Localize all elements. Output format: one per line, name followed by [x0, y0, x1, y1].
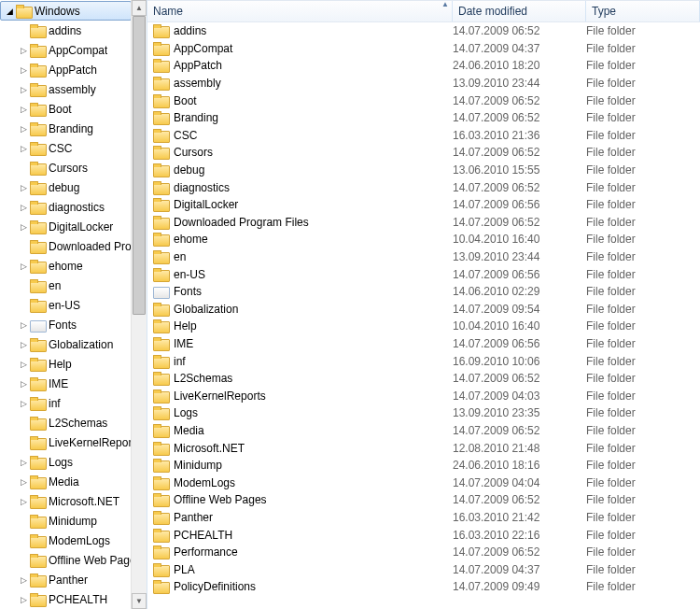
expander-closed-icon[interactable]: ▷: [17, 574, 30, 587]
file-row[interactable]: Downloaded Program Files14.07.2009 06:52…: [147, 214, 700, 232]
tree-item[interactable]: en-US: [0, 295, 132, 315]
file-row[interactable]: en-US14.07.2009 06:56File folder: [147, 265, 700, 283]
tree-item[interactable]: ▷Help: [0, 354, 132, 374]
file-row[interactable]: IME14.07.2009 06:56File folder: [147, 335, 700, 353]
tree-item[interactable]: Minidump: [0, 511, 132, 531]
file-list[interactable]: addins14.07.2009 06:52File folderAppComp…: [147, 22, 700, 596]
tree-item[interactable]: ▷diagnostics: [0, 197, 132, 217]
tree-item[interactable]: ▷debug: [0, 177, 132, 197]
file-date: 14.07.2009 04:37: [453, 42, 586, 55]
tree-item[interactable]: L2Schemas: [0, 413, 132, 432]
file-row[interactable]: debug13.06.2010 15:55File folder: [147, 162, 700, 179]
tree-item[interactable]: Offline Web Pages: [0, 550, 132, 570]
tree-item[interactable]: ▷Fonts: [0, 315, 132, 334]
expander-closed-icon[interactable]: ▷: [17, 495, 30, 508]
tree-item[interactable]: ▷CSC: [0, 138, 132, 158]
tree-item[interactable]: addins: [0, 21, 132, 40]
scroll-up-icon[interactable]: ▲: [132, 0, 147, 16]
expander-closed-icon[interactable]: ▷: [17, 142, 30, 155]
file-row[interactable]: diagnostics14.07.2009 06:52File folder: [147, 178, 700, 196]
file-row[interactable]: DigitalLocker14.07.2009 06:56File folder: [147, 196, 700, 214]
tree-item[interactable]: ▷Globalization: [0, 334, 132, 354]
scroll-track[interactable]: [132, 16, 147, 593]
file-row[interactable]: L2Schemas14.07.2009 06:52File folder: [147, 370, 700, 388]
file-row[interactable]: Panther16.03.2010 21:42File folder: [147, 509, 700, 527]
tree-item[interactable]: ▷IME: [0, 374, 132, 393]
tree-item[interactable]: ▷Panther: [0, 570, 132, 589]
folder-icon: [30, 162, 45, 175]
expander-closed-icon[interactable]: ▷: [17, 44, 30, 57]
file-row[interactable]: Microsoft.NET12.08.2010 21:48File folder: [147, 439, 700, 457]
expander-closed-icon[interactable]: ▷: [17, 358, 30, 371]
expander-closed-icon[interactable]: ▷: [17, 475, 30, 489]
folder-tree[interactable]: ◢ Windows addins▷AppCompat▷AppPatch▷asse…: [0, 0, 132, 609]
expander-closed-icon[interactable]: ▷: [17, 260, 30, 273]
expander-closed-icon[interactable]: ▷: [17, 83, 30, 96]
tree-item[interactable]: ▷Boot: [0, 99, 132, 119]
file-row[interactable]: en13.09.2010 23:44File folder: [147, 248, 700, 266]
file-row[interactable]: LiveKernelReports14.07.2009 04:03File fo…: [147, 387, 700, 404]
column-header-type[interactable]: Type: [586, 1, 700, 21]
tree-item[interactable]: Downloaded Program Files: [0, 236, 132, 256]
expander-closed-icon[interactable]: ▷: [17, 64, 30, 77]
expander-closed-icon[interactable]: ▷: [17, 201, 30, 214]
scroll-down-icon[interactable]: ▼: [132, 593, 147, 609]
file-type: File folder: [586, 563, 700, 576]
file-row[interactable]: Offline Web Pages14.07.2009 06:52File fo…: [147, 491, 700, 509]
file-row[interactable]: Logs13.09.2010 23:35File folder: [147, 404, 700, 422]
file-row[interactable]: AppPatch24.06.2010 18:20File folder: [147, 57, 700, 75]
file-row[interactable]: CSC16.03.2010 21:36File folder: [147, 127, 700, 145]
expander-open-icon[interactable]: ◢: [3, 5, 16, 18]
folder-icon: [153, 580, 168, 593]
expander-closed-icon[interactable]: ▷: [17, 338, 30, 351]
file-row[interactable]: PLA14.07.2009 04:37File folder: [147, 560, 700, 578]
tree-item[interactable]: ▷AppPatch: [0, 60, 132, 79]
expander-closed-icon[interactable]: ▷: [17, 103, 30, 116]
expander-closed-icon[interactable]: ▷: [17, 319, 30, 332]
scroll-thumb[interactable]: [133, 16, 146, 315]
file-row[interactable]: Help10.04.2010 16:40File folder: [147, 318, 700, 335]
column-header-date[interactable]: Date modified: [453, 1, 586, 21]
tree-item[interactable]: Cursors: [0, 158, 132, 177]
tree-item[interactable]: en: [0, 276, 132, 295]
expander-closed-icon[interactable]: ▷: [17, 456, 30, 469]
tree-item-root[interactable]: ◢ Windows: [0, 1, 132, 21]
tree-item[interactable]: ▷inf: [0, 393, 132, 413]
file-row[interactable]: Branding14.07.2009 06:52File folder: [147, 109, 700, 127]
expander-closed-icon[interactable]: ▷: [17, 181, 30, 194]
file-row[interactable]: Minidump24.06.2010 18:16File folder: [147, 457, 700, 474]
file-row[interactable]: Media14.07.2009 06:52File folder: [147, 422, 700, 440]
tree-item[interactable]: ▷Logs: [0, 452, 132, 472]
tree-item[interactable]: ▷Media: [0, 472, 132, 491]
tree-item[interactable]: ModemLogs: [0, 531, 132, 550]
file-row[interactable]: Fonts14.06.2010 02:29File folder: [147, 283, 700, 301]
file-row[interactable]: assembly13.09.2010 23:44File folder: [147, 75, 700, 92]
file-row[interactable]: inf16.09.2010 10:06File folder: [147, 352, 700, 370]
file-row[interactable]: AppCompat14.07.2009 04:37File folder: [147, 40, 700, 58]
file-row[interactable]: ehome10.04.2010 16:40File folder: [147, 231, 700, 248]
tree-item[interactable]: ▷assembly: [0, 79, 132, 99]
file-row[interactable]: Cursors14.07.2009 06:52File folder: [147, 144, 700, 162]
expander-closed-icon[interactable]: ▷: [17, 377, 30, 390]
file-row[interactable]: Globalization14.07.2009 09:54File folder: [147, 301, 700, 319]
expander-closed-icon[interactable]: ▷: [17, 593, 30, 606]
folder-icon: [153, 337, 168, 350]
file-row[interactable]: ModemLogs14.07.2009 04:04File folder: [147, 474, 700, 491]
tree-scrollbar[interactable]: ▲ ▼: [131, 0, 147, 609]
tree-item[interactable]: ▷DigitalLocker: [0, 217, 132, 236]
tree-item[interactable]: LiveKernelReports: [0, 432, 132, 452]
tree-item[interactable]: ▷Microsoft.NET: [0, 491, 132, 511]
file-row[interactable]: Performance14.07.2009 06:52File folder: [147, 544, 700, 561]
tree-item[interactable]: ▷Branding: [0, 119, 132, 138]
tree-item[interactable]: ▷ehome: [0, 256, 132, 276]
file-row[interactable]: addins14.07.2009 06:52File folder: [147, 22, 700, 40]
expander-closed-icon[interactable]: ▷: [17, 122, 30, 135]
file-row[interactable]: PCHEALTH16.03.2010 22:16File folder: [147, 526, 700, 544]
tree-item[interactable]: ▷PCHEALTH: [0, 589, 132, 609]
file-row[interactable]: Boot14.07.2009 06:52File folder: [147, 92, 700, 109]
tree-item[interactable]: ▷AppCompat: [0, 40, 132, 60]
expander-closed-icon[interactable]: ▷: [17, 397, 30, 410]
column-header-name[interactable]: Name: [147, 1, 453, 21]
expander-closed-icon[interactable]: ▷: [17, 220, 30, 234]
file-row[interactable]: PolicyDefinitions14.07.2009 09:49File fo…: [147, 578, 700, 596]
